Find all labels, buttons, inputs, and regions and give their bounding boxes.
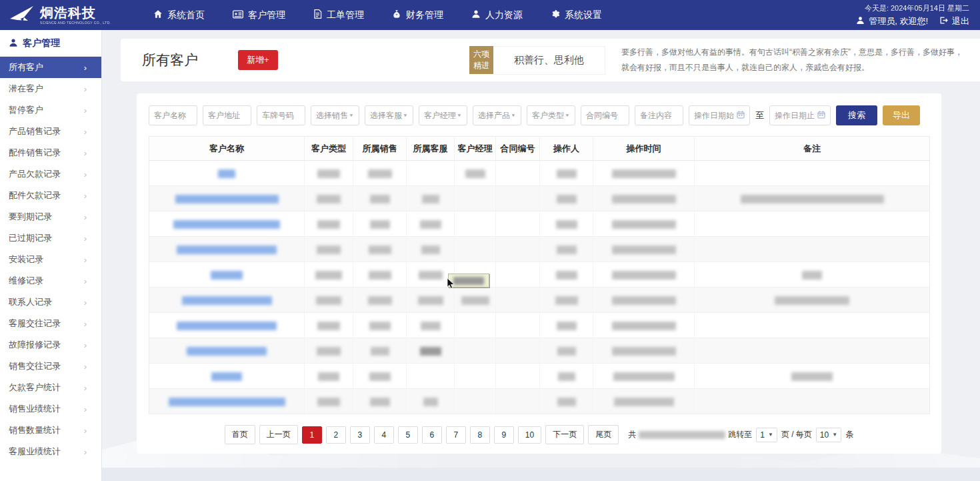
filter-select-7[interactable]: 客户类型▼ [527,105,575,125]
main-content: 所有客户 新增+ 六项 精进 积善行、思利他 要多行善，多做对他人有益的事情。有… [102,30,980,481]
redacted-cell [353,237,407,262]
nav-item-5[interactable]: 系统设置 [551,9,602,21]
redacted-text-bar [423,398,438,406]
quote-block: 六项 精进 积善行、思利他 要多行善，多做对他人有益的事情。有句古话叫“积善之家… [469,45,968,75]
redacted-customer-link[interactable] [149,262,305,288]
redacted-customer-link[interactable] [149,288,305,313]
redacted-text-bar [557,195,577,203]
nav-item-4[interactable]: 人力资源 [471,9,523,21]
column-header-4: 客户经理 [455,137,496,161]
filter-input-1[interactable]: 客户地址 [203,105,251,125]
page-number-7[interactable]: 7 [446,426,466,444]
sidebar-item-label: 产品欠款记录 [9,168,61,180]
sidebar-item-18[interactable]: 客服业绩统计› [0,441,101,462]
redacted-customer-link[interactable] [149,389,305,414]
filter-date-10[interactable]: 操作日期始 [689,105,750,125]
redacted-customer-link[interactable] [149,364,305,389]
sidebar-item-17[interactable]: 销售数量统计› [0,420,101,441]
sidebar-item-12[interactable]: 客服交往记录› [0,313,101,334]
chevron-right-icon: › [84,169,87,179]
page-size-select[interactable]: 10▼ [816,428,841,442]
redacted-cell [353,364,407,389]
search-button[interactable]: 搜索 [836,105,877,125]
redacted-customer-link[interactable] [149,211,305,237]
filter-input-0[interactable]: 客户名称 [149,105,197,125]
redacted-customer-link[interactable] [149,161,305,186]
filter-select-4[interactable]: 选择客服▼ [365,105,413,125]
redacted-text-bar [317,398,340,406]
redacted-text-bar [557,169,577,178]
sidebar-item-9[interactable]: 安装记录› [0,249,101,270]
export-button[interactable]: 导出 [883,105,920,125]
filter-select-6[interactable]: 选择产品▼ [473,105,521,125]
redacted-cell [353,161,407,186]
page-number-10[interactable]: 10 [518,426,541,444]
redacted-text-bar [420,347,441,356]
logout-label: 退出 [952,15,969,27]
sidebar-item-label: 客服交往记录 [9,318,61,330]
redacted-cell [695,389,930,414]
filter-date-12[interactable]: 操作日期止 [769,105,831,125]
sidebar-item-14[interactable]: 销售交往记录› [0,356,101,377]
sidebar-header-label: 客户管理 [23,37,60,49]
redacted-cell [305,161,353,186]
chevron-right-icon: › [84,148,87,158]
sidebar-item-0[interactable]: 所有客户› [0,57,101,78]
page-next-button[interactable]: 下一页 [545,425,584,444]
filter-input-8[interactable]: 合同编号 [581,105,629,125]
sidebar-item-2[interactable]: 暂停客户› [0,99,101,121]
filter-input-9[interactable]: 备注内容 [635,105,683,125]
nav-item-1[interactable]: 客户管理 [233,9,285,21]
redacted-text-bar [419,271,443,280]
sidebar-item-label: 故障报修记录 [9,339,61,351]
sidebar-item-3[interactable]: 产品销售记录› [0,121,101,142]
sidebar-item-label: 销售业绩统计 [9,403,61,415]
sidebar-item-label: 所有客户 [9,61,43,73]
sidebar-item-11[interactable]: 联系人记录› [0,292,101,313]
page-number-4[interactable]: 4 [374,426,394,444]
sidebar-item-16[interactable]: 销售业绩统计› [0,398,101,420]
page-number-1[interactable]: 1 [302,426,322,444]
redacted-text-bar [211,271,243,280]
page-prev-button[interactable]: 上一页 [259,425,298,444]
logout-button[interactable]: 退出 [939,15,969,27]
redacted-text-bar [318,372,339,381]
table-header-row: 客户名称客户类型所属销售所属客服客户经理合同编号操作人操作时间备注 [149,137,930,161]
page-number-9[interactable]: 9 [494,426,514,444]
redacted-total-count [639,431,725,439]
page-number-3[interactable]: 3 [350,426,370,444]
redacted-customer-link[interactable] [149,338,305,364]
page-number-6[interactable]: 6 [422,426,442,444]
jump-page-select[interactable]: 1▼ [756,428,777,442]
nav-item-0[interactable]: 系统首页 [153,9,205,21]
sidebar-item-6[interactable]: 配件欠款记录› [0,185,101,206]
sidebar-item-7[interactable]: 要到期记录› [0,206,101,227]
page-last-button[interactable]: 尾页 [588,425,619,444]
page-number-5[interactable]: 5 [398,426,418,444]
redacted-text-bar [315,271,342,280]
redacted-cell [695,313,930,338]
sidebar-item-15[interactable]: 欠款客户统计› [0,377,101,398]
sidebar-item-label: 联系人记录 [9,296,52,308]
nav-item-3[interactable]: 财务管理 [392,9,443,21]
sidebar-item-8[interactable]: 已过期记录› [0,227,101,249]
sidebar-item-1[interactable]: 潜在客户› [0,78,101,99]
page-first-button[interactable]: 首页 [225,425,255,444]
sidebar-item-4[interactable]: 配件销售记录› [0,142,101,163]
size-unit-label: 条 [845,429,853,440]
redacted-customer-link[interactable] [149,313,305,338]
nav-item-2[interactable]: 工单管理 [313,9,364,21]
sidebar-item-5[interactable]: 产品欠款记录› [0,163,101,185]
filter-select-5[interactable]: 客户经理▼ [419,105,467,125]
redacted-customer-link[interactable] [149,237,305,262]
page-number-2[interactable]: 2 [326,426,346,444]
redacted-customer-link[interactable] [149,186,305,211]
sidebar-item-13[interactable]: 故障报修记录› [0,334,101,356]
filter-select-3[interactable]: 选择销售▼ [311,105,359,125]
sidebar-item-10[interactable]: 维修记录› [0,270,101,292]
add-button[interactable]: 新增+ [238,50,278,70]
page-number-8[interactable]: 8 [470,426,490,444]
chevron-right-icon: › [84,340,87,350]
redacted-text-bar [802,271,822,280]
filter-input-2[interactable]: 车牌号码 [257,105,305,125]
